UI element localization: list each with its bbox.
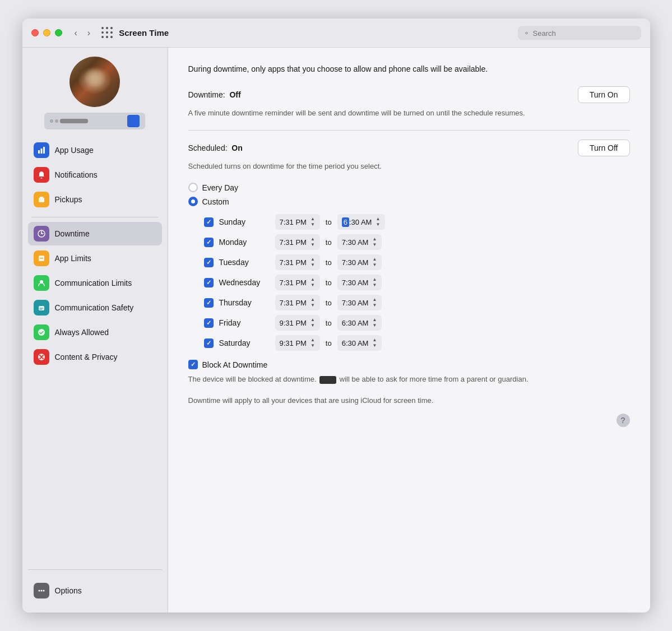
stepper-up[interactable]: ▲ bbox=[310, 216, 316, 222]
stepper-down[interactable]: ▼ bbox=[310, 242, 316, 248]
sunday-to-stepper[interactable]: ▲ ▼ bbox=[375, 216, 381, 228]
stepper-up[interactable]: ▲ bbox=[372, 317, 377, 323]
stepper-down[interactable]: ▼ bbox=[372, 343, 377, 349]
sidebar-item-content-privacy[interactable]: Content & Privacy bbox=[28, 345, 162, 369]
window-title: Screen Time bbox=[119, 28, 169, 38]
monday-checkbox[interactable] bbox=[204, 238, 214, 247]
tuesday-to-picker[interactable]: 7:30 AM ▲ ▼ bbox=[337, 254, 382, 270]
sidebar-item-downtime[interactable]: Downtime bbox=[28, 222, 162, 245]
wednesday-checkbox[interactable] bbox=[204, 278, 214, 287]
username-action-icon[interactable] bbox=[127, 115, 140, 127]
wednesday-from-stepper[interactable]: ▲ ▼ bbox=[310, 277, 316, 288]
saturday-to-picker[interactable]: 6:30 AM ▲ ▼ bbox=[337, 335, 382, 351]
back-button[interactable]: ‹ bbox=[71, 27, 81, 39]
stepper-down[interactable]: ▼ bbox=[310, 343, 316, 349]
saturday-to-stepper[interactable]: ▲ ▼ bbox=[372, 337, 377, 349]
wednesday-to-stepper[interactable]: ▲ ▼ bbox=[372, 277, 377, 288]
sidebar-item-pickups[interactable]: Pickups bbox=[28, 188, 162, 211]
thursday-checkbox[interactable] bbox=[204, 298, 214, 308]
stepper-up[interactable]: ▲ bbox=[375, 216, 381, 222]
block-downtime-checkbox[interactable] bbox=[188, 360, 198, 369]
custom-option[interactable]: Custom bbox=[188, 197, 630, 206]
table-row: Wednesday 7:31 PM ▲ ▼ to 7:30 AM ▲ ▼ bbox=[204, 275, 630, 290]
stepper-down[interactable]: ▼ bbox=[372, 323, 377, 328]
avatar-section bbox=[28, 57, 162, 129]
stepper-up[interactable]: ▲ bbox=[310, 277, 316, 282]
sidebar-item-communication-limits[interactable]: Communication Limits bbox=[28, 271, 162, 295]
sidebar-item-label: Communication Limits bbox=[55, 279, 132, 287]
communication-safety-icon bbox=[34, 300, 49, 316]
stepper-down[interactable]: ▼ bbox=[310, 262, 316, 268]
stepper-up[interactable]: ▲ bbox=[372, 337, 377, 343]
stepper-down[interactable]: ▼ bbox=[310, 303, 316, 308]
tuesday-to-stepper[interactable]: ▲ ▼ bbox=[372, 257, 377, 268]
tuesday-checkbox[interactable] bbox=[204, 258, 214, 267]
stepper-up[interactable]: ▲ bbox=[310, 236, 316, 242]
thursday-to-picker[interactable]: 7:30 AM ▲ ▼ bbox=[337, 295, 382, 310]
minimize-button[interactable] bbox=[43, 29, 50, 36]
monday-to-stepper[interactable]: ▲ ▼ bbox=[372, 236, 377, 248]
stepper-up[interactable]: ▲ bbox=[310, 257, 316, 262]
stepper-down[interactable]: ▼ bbox=[310, 282, 316, 288]
search-input[interactable] bbox=[533, 29, 636, 37]
thursday-from-stepper[interactable]: ▲ ▼ bbox=[310, 297, 316, 308]
stepper-up[interactable]: ▲ bbox=[372, 297, 377, 303]
saturday-from-picker[interactable]: 9:31 PM ▲ ▼ bbox=[275, 335, 320, 351]
svg-point-11 bbox=[38, 329, 45, 336]
close-button[interactable] bbox=[31, 29, 39, 36]
to-label: to bbox=[326, 299, 332, 307]
sunday-from-picker[interactable]: 7:31 PM ▲ ▼ bbox=[275, 214, 320, 230]
maximize-button[interactable] bbox=[55, 29, 62, 36]
turn-off-button[interactable]: Turn Off bbox=[578, 140, 630, 156]
saturday-checkbox[interactable] bbox=[204, 338, 214, 348]
stepper-down[interactable]: ▼ bbox=[310, 222, 316, 228]
stepper-up[interactable]: ▲ bbox=[310, 337, 316, 343]
sunday-to-picker[interactable]: 6:30 AM ▲ ▼ bbox=[337, 214, 386, 230]
table-row: Thursday 7:31 PM ▲ ▼ to 7:30 AM ▲ ▼ bbox=[204, 295, 630, 310]
sidebar-item-app-usage[interactable]: App Usage bbox=[28, 138, 162, 162]
saturday-from-stepper[interactable]: ▲ ▼ bbox=[310, 337, 316, 349]
every-day-option[interactable]: Every Day bbox=[188, 183, 630, 192]
forward-button[interactable]: › bbox=[84, 27, 94, 39]
tuesday-from-picker[interactable]: 7:31 PM ▲ ▼ bbox=[275, 254, 320, 270]
stepper-up[interactable]: ▲ bbox=[372, 236, 377, 242]
stepper-up[interactable]: ▲ bbox=[372, 257, 377, 262]
sidebar-item-communication-safety[interactable]: Communication Safety bbox=[28, 296, 162, 319]
stepper-up[interactable]: ▲ bbox=[310, 317, 316, 323]
friday-to-stepper[interactable]: ▲ ▼ bbox=[372, 317, 377, 328]
search-bar[interactable]: ⚬ bbox=[518, 26, 641, 40]
sidebar-item-options[interactable]: Options bbox=[28, 579, 162, 602]
stepper-down[interactable]: ▼ bbox=[372, 282, 377, 288]
stepper-up[interactable]: ▲ bbox=[310, 297, 316, 303]
stepper-down[interactable]: ▼ bbox=[372, 242, 377, 248]
wednesday-to-picker[interactable]: 7:30 AM ▲ ▼ bbox=[337, 275, 382, 290]
custom-radio[interactable] bbox=[188, 197, 198, 206]
wednesday-from-picker[interactable]: 7:31 PM ▲ ▼ bbox=[275, 275, 320, 290]
monday-from-stepper[interactable]: ▲ ▼ bbox=[310, 236, 316, 248]
sunday-from-stepper[interactable]: ▲ ▼ bbox=[310, 216, 316, 228]
thursday-to-stepper[interactable]: ▲ ▼ bbox=[372, 297, 377, 308]
sidebar-item-app-limits[interactable]: App Limits bbox=[28, 247, 162, 270]
friday-from-stepper[interactable]: ▲ ▼ bbox=[310, 317, 316, 328]
help-button[interactable]: ? bbox=[617, 414, 630, 427]
stepper-down[interactable]: ▼ bbox=[372, 303, 377, 308]
sidebar-item-label: App Usage bbox=[55, 146, 94, 155]
sidebar-item-notifications[interactable]: Notifications bbox=[28, 163, 162, 187]
turn-on-button[interactable]: Turn On bbox=[578, 86, 630, 103]
friday-to-picker[interactable]: 6:30 AM ▲ ▼ bbox=[337, 315, 382, 331]
stepper-down[interactable]: ▼ bbox=[372, 262, 377, 268]
final-note: Downtime will apply to all your devices … bbox=[188, 396, 547, 405]
friday-from-picker[interactable]: 9:31 PM ▲ ▼ bbox=[275, 315, 320, 331]
sidebar-item-always-allowed[interactable]: Always Allowed bbox=[28, 321, 162, 344]
stepper-down[interactable]: ▼ bbox=[375, 222, 381, 228]
monday-from-picker[interactable]: 7:31 PM ▲ ▼ bbox=[275, 234, 320, 250]
tuesday-from-stepper[interactable]: ▲ ▼ bbox=[310, 257, 316, 268]
stepper-down[interactable]: ▼ bbox=[310, 323, 316, 328]
monday-to-picker[interactable]: 7:30 AM ▲ ▼ bbox=[337, 234, 382, 250]
stepper-up[interactable]: ▲ bbox=[372, 277, 377, 282]
always-allowed-icon bbox=[34, 324, 49, 340]
thursday-from-picker[interactable]: 7:31 PM ▲ ▼ bbox=[275, 295, 320, 310]
every-day-radio[interactable] bbox=[188, 183, 198, 192]
sunday-checkbox[interactable] bbox=[204, 217, 214, 227]
friday-checkbox[interactable] bbox=[204, 318, 214, 328]
